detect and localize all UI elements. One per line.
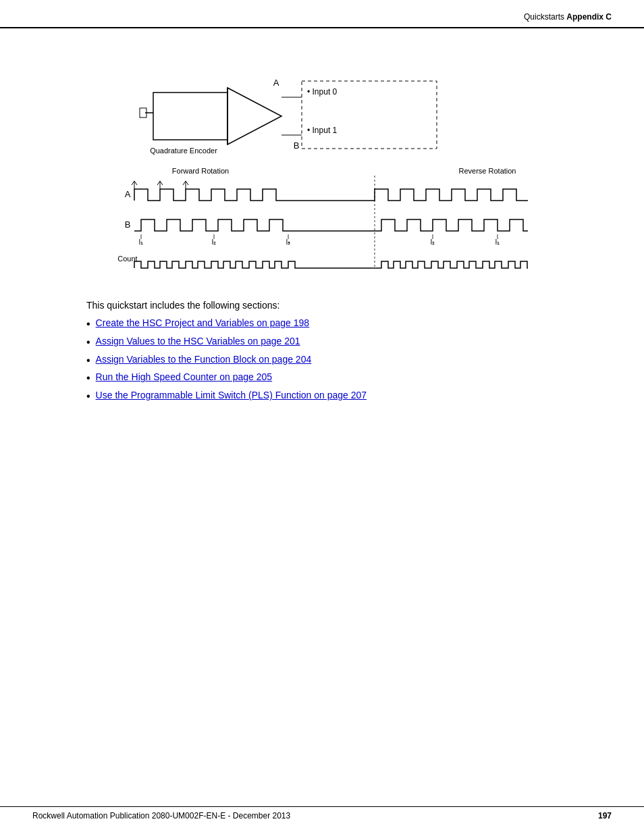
svg-line-20 — [160, 181, 163, 185]
main-content: A • Input 0 • Input 1 B Quadrature Encod… — [0, 28, 644, 435]
quickstart-list: • Create the HSC Project and Variables o… — [86, 317, 612, 404]
link-run-hsc[interactable]: Run the High Speed Counter on page 205 — [96, 371, 273, 382]
waveform-a-label: A — [125, 189, 131, 199]
bullet-icon: • — [86, 390, 90, 404]
quickstart-intro: This quickstart includes the following s… — [86, 300, 612, 311]
list-item: • Assign Values to the HSC Variables on … — [86, 336, 612, 350]
count-i2-right: I₂ — [431, 238, 435, 246]
waveform-b-label: B — [125, 219, 131, 230]
svg-line-17 — [134, 181, 137, 185]
bullet-icon: • — [86, 354, 90, 368]
bullet-icon: • — [86, 317, 90, 332]
svg-line-23 — [186, 181, 188, 185]
label-B: B — [294, 140, 300, 151]
count-i2-left: I₂ — [212, 238, 217, 246]
list-item: • Use the Programmable Limit Switch (PLS… — [86, 390, 612, 404]
quickstart-section: This quickstart includes the following s… — [86, 300, 612, 404]
link-assign-values[interactable]: Assign Values to the HSC Variables on pa… — [96, 336, 300, 346]
label-input0: • Input 0 — [307, 87, 338, 97]
header-text: Quickstarts Appendix C — [524, 12, 612, 22]
svg-line-22 — [183, 181, 186, 185]
forward-rotation-label: Forward Rotation — [172, 167, 229, 175]
footer-page-number: 197 — [598, 811, 612, 820]
count-i3: I₃ — [286, 238, 291, 246]
bullet-icon: • — [86, 336, 90, 350]
list-item: • Run the High Speed Counter on page 205 — [86, 371, 612, 386]
svg-line-16 — [132, 181, 134, 185]
svg-line-19 — [157, 181, 160, 185]
link-pls[interactable]: Use the Programmable Limit Switch (PLS) … — [96, 390, 367, 400]
count-i1-left: I₁ — [139, 238, 144, 246]
link-hsc-project[interactable]: Create the HSC Project and Variables on … — [96, 317, 310, 328]
svg-rect-0 — [153, 93, 227, 140]
label-A: A — [273, 78, 279, 88]
link-assign-variables[interactable]: Assign Variables to the Function Block o… — [96, 354, 312, 365]
diagram-container: A • Input 0 • Input 1 B Quadrature Encod… — [32, 49, 612, 278]
encoder-label: Quadrature Encoder — [150, 147, 217, 155]
page-footer: Rockwell Automation Publication 2080-UM0… — [0, 806, 644, 820]
footer-publication: Rockwell Automation Publication 2080-UM0… — [32, 811, 290, 820]
list-item: • Create the HSC Project and Variables o… — [86, 317, 612, 332]
svg-marker-4 — [227, 88, 281, 145]
reverse-rotation-label: Reverse Rotation — [459, 167, 516, 175]
count-i1-right: I₁ — [495, 238, 500, 246]
list-item: • Assign Variables to the Function Block… — [86, 354, 612, 368]
bullet-icon: • — [86, 371, 90, 386]
label-input1: • Input 1 — [307, 126, 338, 135]
page-header: Quickstarts Appendix C — [0, 0, 644, 28]
waveform-diagram: A • Input 0 • Input 1 B Quadrature Encod… — [92, 49, 552, 278]
